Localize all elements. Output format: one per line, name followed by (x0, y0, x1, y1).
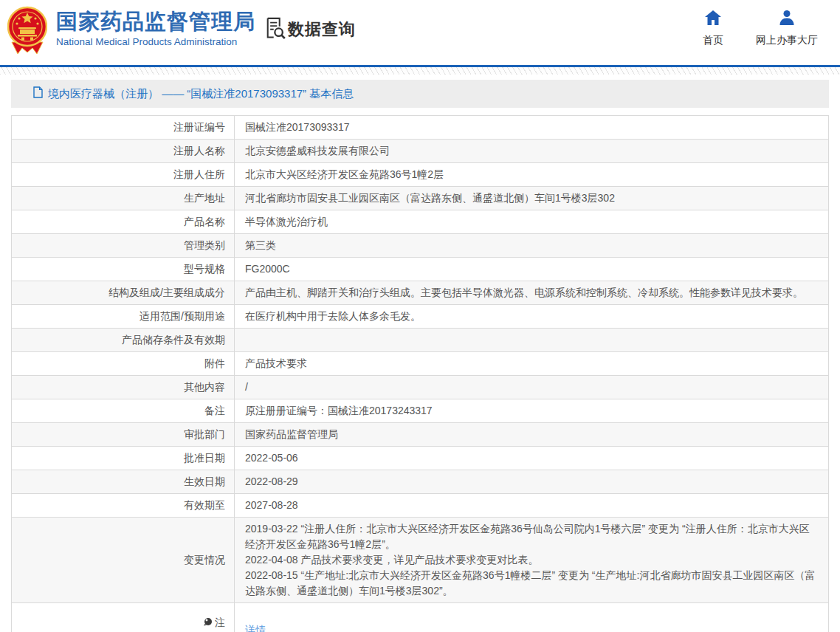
data-query-label: 数据查询 (288, 18, 356, 41)
row-value: 2027-08-28 (235, 494, 829, 518)
table-row: 生效日期 2022-08-29 (12, 470, 829, 494)
row-label: 其他内容 (12, 376, 235, 399)
row-label: 备注 (12, 399, 235, 423)
table-row: 结构及组成/主要组成成分 产品由主机、脚踏开关和治疗头组成。主要包括半导体激光器… (12, 281, 829, 305)
table-wrap: 注册证编号 国械注准20173093317 注册人名称 北京安德盛威科技发展有限… (11, 115, 829, 632)
row-value: / (235, 376, 829, 399)
nav-home-label: 首页 (703, 34, 723, 47)
note-label: 注 (215, 615, 225, 631)
row-label: 注册人名称 (12, 140, 235, 163)
row-value: 河北省廊坊市固安县工业园区南区（富达路东侧、通盛道北侧）车间1号楼3层302 (235, 187, 829, 210)
table-row: 注册人名称 北京安德盛威科技发展有限公司 (12, 140, 829, 163)
row-label: 适用范围/预期用途 (12, 305, 235, 329)
table-row: 附件 产品技术要求 (12, 352, 829, 376)
row-value: 在医疗机构中用于去除人体多余毛发。 (235, 305, 829, 329)
table-row: 备注 原注册册证编号：国械注准20173243317 (12, 399, 829, 423)
table-row: 注册人住所 北京市大兴区经济开发区金苑路36号1幢2层 (12, 163, 829, 187)
row-value: 北京安德盛威科技发展有限公司 (235, 140, 829, 163)
nav-item-service-hall[interactable]: 网上办事大厅 (756, 10, 818, 47)
table-row: 审批部门 国家药品监督管理局 (12, 423, 829, 447)
row-value: 2019-03-22 “注册人住所：北京市大兴区经济开发区金苑路36号仙岛公司院… (235, 518, 829, 603)
row-label: 管理类别 (12, 234, 235, 258)
document-search-icon (264, 16, 286, 43)
row-value: 2022-05-06 (235, 447, 829, 470)
row-label: 生产地址 (12, 187, 235, 210)
row-label: 审批部门 (12, 423, 235, 447)
row-value (235, 329, 829, 352)
row-value: 国家药品监督管理局 (235, 423, 829, 447)
row-label: 结构及组成/主要组成成分 (12, 281, 235, 305)
table-row: 注册证编号 国械注准20173093317 (12, 116, 829, 140)
table-row: 有效期至 2027-08-28 (12, 494, 829, 518)
header: 国家药品监督管理局 National Medical Products Admi… (0, 0, 840, 65)
row-value: 产品由主机、脚踏开关和治疗头组成。主要包括半导体激光器、电源系统和控制系统、冷却… (235, 281, 829, 305)
row-label: 注册人住所 (12, 163, 235, 187)
nav-item-home[interactable]: 首页 (703, 10, 723, 47)
row-label: 批准日期 (12, 447, 235, 470)
row-label: 产品储存条件及有效期 (12, 329, 235, 352)
nav-hall-label: 网上办事大厅 (756, 34, 818, 47)
row-label: 注册证编号 (12, 116, 235, 140)
row-label: 附件 (12, 352, 235, 376)
national-emblem-logo (7, 5, 47, 55)
table-row: 批准日期 2022-05-06 (12, 447, 829, 470)
home-icon (704, 10, 722, 29)
row-label: 型号规格 (12, 258, 235, 281)
row-label: 注 (12, 603, 235, 632)
brand-subtitle: National Medical Products Administration (56, 36, 255, 47)
info-table: 注册证编号 国械注准20173093317 注册人名称 北京安德盛威科技发展有限… (11, 115, 829, 632)
brand-title: 国家药品监督管理局 (56, 10, 255, 33)
brand: 国家药品监督管理局 National Medical Products Admi… (56, 10, 255, 47)
row-label: 产品名称 (12, 210, 235, 234)
page-title: 境内医疗器械（注册） —— “国械注准20173093317” 基本信息 (48, 87, 354, 101)
row-value: FG2000C (235, 258, 829, 281)
data-query-button[interactable]: 数据查询 (264, 16, 356, 43)
row-value: 国械注准20173093317 (235, 116, 829, 140)
table-row: 适用范围/预期用途 在医疗机构中用于去除人体多余毛发。 (12, 305, 829, 329)
user-icon (778, 10, 796, 29)
row-value: 详情 (235, 603, 829, 632)
detail-link[interactable]: 详情 (245, 624, 266, 632)
table-row: 其他内容 / (12, 376, 829, 399)
row-value: 半导体激光治疗机 (235, 210, 829, 234)
hatched-strip (0, 67, 840, 75)
row-label: 有效期至 (12, 494, 235, 518)
table-row: 变更情况 2019-03-22 “注册人住所：北京市大兴区经济开发区金苑路36号… (12, 518, 829, 603)
row-value: 第三类 (235, 234, 829, 258)
row-value: 原注册册证编号：国械注准20173243317 (235, 399, 829, 423)
table-row: 生产地址 河北省廊坊市固安县工业园区南区（富达路东侧、通盛道北侧）车间1号楼3层… (12, 187, 829, 210)
note-icon (204, 615, 213, 631)
note-row: 注 详情 (12, 603, 829, 632)
row-value: 北京市大兴区经济开发区金苑路36号1幢2层 (235, 163, 829, 187)
content-panel: 境内医疗器械（注册） —— “国械注准20173093317” 基本信息 注册证… (0, 75, 840, 632)
row-value: 产品技术要求 (235, 352, 829, 376)
row-label: 变更情况 (12, 518, 235, 603)
row-label: 生效日期 (12, 470, 235, 494)
document-icon (33, 86, 43, 101)
table-row: 产品名称 半导体激光治疗机 (12, 210, 829, 234)
row-value: 2022-08-29 (235, 470, 829, 494)
info-table-body: 注册证编号 国械注准20173093317 注册人名称 北京安德盛威科技发展有限… (12, 116, 829, 632)
table-row: 管理类别 第三类 (12, 234, 829, 258)
table-row: 产品储存条件及有效期 (12, 329, 829, 352)
table-row: 型号规格 FG2000C (12, 258, 829, 281)
page-title-bar: 境内医疗器械（注册） —— “国械注准20173093317” 基本信息 (11, 80, 829, 108)
top-nav: 首页 网上办事大厅 (703, 10, 818, 47)
